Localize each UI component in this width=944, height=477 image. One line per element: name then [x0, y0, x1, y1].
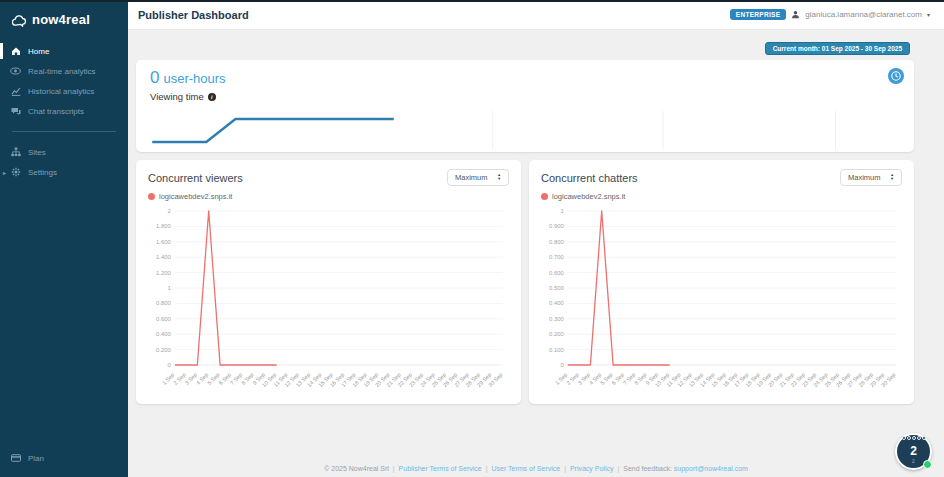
top-accent-line [0, 0, 944, 2]
chat-icon [10, 106, 21, 116]
sitemap-icon [10, 147, 21, 157]
clock-button[interactable] [888, 68, 904, 84]
updown-arrows-icon: ▲▼ [890, 174, 894, 181]
content-area: Current month: 01 Sep 2025 - 30 Sep 2025… [128, 30, 944, 476]
footer-separator: | [393, 465, 395, 472]
chart-icon [10, 86, 21, 96]
svg-text:0.700: 0.700 [549, 254, 565, 260]
svg-text:0.900: 0.900 [549, 223, 565, 229]
footer: © 2025 Now4real Srl | Publisher Terms of… [128, 465, 944, 472]
legend-dot [541, 193, 548, 200]
people-icons [902, 436, 926, 440]
concurrent-chatters-chart: 00.1000.2000.3000.4000.5000.6000.7000.80… [541, 203, 902, 401]
concurrent-viewers-card: Concurrent viewers Maximum ▲▼ logicawebd… [136, 160, 521, 404]
home-icon [10, 46, 21, 56]
viewers-aggregation-select[interactable]: Maximum ▲▼ [447, 169, 509, 186]
svg-text:0.500: 0.500 [549, 285, 565, 291]
svg-text:0.800: 0.800 [549, 239, 565, 245]
svg-text:2: 2 [167, 208, 171, 214]
publisher-terms-link[interactable]: Publisher Terms of Service [399, 465, 482, 472]
period-row: Current month: 01 Sep 2025 - 30 Sep 2025 [136, 37, 914, 55]
footer-separator: | [617, 465, 619, 472]
svg-text:0.200: 0.200 [549, 331, 565, 337]
current-month-badge: Current month: 01 Sep 2025 - 30 Sep 2025 [765, 42, 910, 55]
now4real-logo[interactable]: now4real [0, 0, 128, 41]
sidebar-item-label: Real-time analytics [28, 67, 96, 76]
sidebar-item-historical-analytics[interactable]: Historical analytics [0, 81, 128, 101]
info-icon[interactable]: i [208, 93, 216, 101]
svg-text:1: 1 [167, 285, 171, 291]
sidebar-item-realtime-analytics[interactable]: Real-time analytics [0, 61, 128, 81]
user-hours-headline: 0 user-hours [150, 68, 900, 88]
sidebar-item-label: Historical analytics [28, 87, 94, 96]
svg-text:0.200: 0.200 [156, 347, 172, 353]
chatters-aggregation-select[interactable]: Maximum ▲▼ [840, 169, 902, 186]
concurrent-chatters-card: Concurrent chatters Maximum ▲▼ logicaweb… [529, 160, 914, 404]
widget-count: 2 [897, 444, 930, 458]
footer-separator: | [564, 465, 566, 472]
svg-text:0.400: 0.400 [156, 331, 172, 337]
svg-text:0: 0 [560, 362, 564, 368]
sidebar-spacer [0, 182, 128, 448]
viewing-time-label: Viewing time [150, 91, 204, 102]
user-hours-card: 0 user-hours Viewing time i [136, 60, 914, 152]
feedback-email-link[interactable]: support@now4real.com [674, 465, 748, 472]
now4real-chat-widget[interactable]: 2 2 [895, 433, 932, 470]
select-value: Maximum [455, 173, 488, 182]
logo-text: now4real [32, 12, 90, 27]
sidebar-item-label: Home [28, 47, 49, 56]
legend-label: logicawebdev2.snps.it [159, 192, 232, 201]
page-title: Publisher Dashboard [138, 9, 249, 21]
svg-text:0.800: 0.800 [156, 300, 172, 306]
legend-label: logicawebdev2.snps.it [552, 192, 625, 201]
charts-row: Concurrent viewers Maximum ▲▼ logicawebd… [136, 160, 914, 404]
viewing-time-sparkline [150, 105, 900, 149]
sidebar-item-label: Chat transcripts [28, 107, 84, 116]
svg-text:1.800: 1.800 [156, 223, 172, 229]
user-hours-unit: user-hours [163, 71, 225, 86]
topbar-right: ENTERPRISE gianluca.lamanna@claranet.com… [730, 9, 930, 20]
top-bar: Publisher Dashboard ENTERPRISE gianluca.… [128, 0, 944, 30]
svg-text:0: 0 [167, 362, 171, 368]
viewers-legend: logicawebdev2.snps.it [148, 192, 509, 201]
select-value: Maximum [848, 173, 881, 182]
concurrent-viewers-chart: 00.2000.4000.6000.80011.2001.4001.6001.8… [148, 203, 509, 401]
online-status-dot [923, 460, 932, 469]
enterprise-badge: ENTERPRISE [730, 9, 787, 20]
svg-text:1.600: 1.600 [156, 239, 172, 245]
cloud-logo-icon [12, 13, 27, 26]
eye-icon [10, 66, 21, 76]
clock-icon [891, 71, 901, 81]
sidebar-item-home[interactable]: Home [0, 41, 128, 61]
concurrent-chatters-title: Concurrent chatters [541, 172, 638, 184]
user-email[interactable]: gianluca.lamanna@claranet.com [805, 10, 922, 19]
sidebar-item-plan[interactable]: Plan [0, 448, 128, 477]
svg-text:0.600: 0.600 [156, 316, 172, 322]
feedback-label: Send feedback: [623, 465, 672, 472]
footer-separator: | [486, 465, 488, 472]
gear-icon [10, 167, 21, 177]
copyright: © 2025 Now4real Srl [324, 465, 389, 472]
updown-arrows-icon: ▲▼ [497, 174, 501, 181]
user-hours-value: 0 [150, 68, 159, 88]
sidebar-item-label: Settings [28, 168, 57, 177]
svg-text:0.100: 0.100 [549, 347, 565, 353]
sidebar-item-settings[interactable]: ▸ Settings [0, 162, 128, 182]
svg-text:0.600: 0.600 [549, 270, 565, 276]
sidebar-item-label: Plan [28, 454, 44, 463]
chevron-down-icon[interactable]: ▾ [927, 11, 930, 18]
expand-caret-icon: ▸ [3, 169, 6, 176]
credit-card-icon [10, 453, 21, 463]
svg-text:1.400: 1.400 [156, 254, 172, 260]
user-terms-link[interactable]: User Terms of Service [491, 465, 560, 472]
privacy-policy-link[interactable]: Privacy Policy [570, 465, 614, 472]
chatters-legend: logicawebdev2.snps.it [541, 192, 902, 201]
legend-dot [148, 193, 155, 200]
sidebar-item-chat-transcripts[interactable]: Chat transcripts [0, 101, 128, 121]
concurrent-viewers-title: Concurrent viewers [148, 172, 243, 184]
viewing-time-label-row: Viewing time i [150, 91, 900, 102]
sidebar: now4real Home Real-time analytics Histor… [0, 0, 128, 477]
main-area: Publisher Dashboard ENTERPRISE gianluca.… [128, 0, 944, 477]
sidebar-item-sites[interactable]: Sites [0, 142, 128, 162]
svg-text:0.400: 0.400 [549, 300, 565, 306]
